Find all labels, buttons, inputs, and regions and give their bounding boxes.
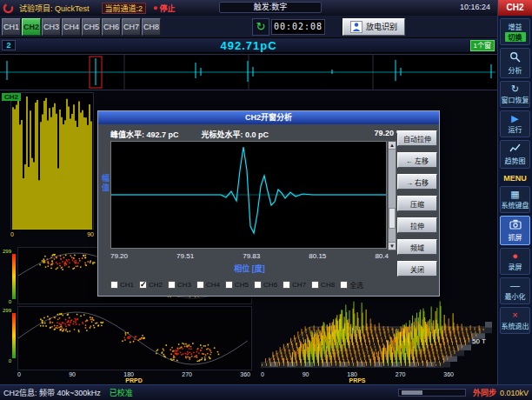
- slider-thumb[interactable]: [402, 390, 422, 395]
- tab-ch4[interactable]: CH4: [62, 18, 81, 36]
- axis-tick: 79.83: [243, 252, 260, 260]
- axis-tick: 270: [396, 371, 406, 377]
- checkbox-ch5[interactable]: CH5: [225, 281, 249, 289]
- timer-reset-button[interactable]: ↻: [252, 18, 269, 36]
- system-keyboard-button[interactable]: ▦ 系统键盘: [500, 186, 530, 213]
- camera-icon: [509, 219, 522, 231]
- tab-ch7[interactable]: CH7: [122, 18, 141, 36]
- screen-record-button[interactable]: ● 录屏: [500, 248, 530, 275]
- stretch-button[interactable]: 拉伸: [397, 217, 437, 233]
- checkbox-box[interactable]: [139, 281, 147, 289]
- checkbox-ch7[interactable]: CH7: [283, 281, 306, 289]
- checkbox-ch3[interactable]: CH3: [168, 281, 191, 289]
- axis-tick: 0: [10, 231, 14, 237]
- dialog-button-column: 自动拉伸 ← 左移 → 右移 压缩 拉伸 频域 关闭: [397, 130, 437, 277]
- tab-ch8[interactable]: CH8: [142, 18, 161, 36]
- axis-tick: 180: [347, 371, 357, 377]
- checkbox-box[interactable]: [340, 281, 348, 289]
- axis-tick: 180: [123, 371, 134, 377]
- checkbox-box[interactable]: [225, 281, 233, 289]
- axis-tick: 79.51: [176, 252, 194, 260]
- close-button[interactable]: 关闭: [397, 261, 437, 277]
- checkbox-box[interactable]: [283, 281, 290, 289]
- auto-stretch-button[interactable]: 自动拉伸: [397, 130, 437, 146]
- dialog-titlebar[interactable]: CH2开窗分析: [98, 111, 439, 124]
- checkbox-select-all[interactable]: 全选: [340, 280, 363, 290]
- gain-toggle-button[interactable]: 增益 切换: [500, 18, 530, 45]
- trend-chart-button[interactable]: 趋势图: [500, 140, 530, 169]
- checkbox-box[interactable]: [196, 281, 204, 289]
- discharge-recognition-button[interactable]: 放电识别: [342, 18, 405, 36]
- scroll-up-arrow[interactable]: ▲: [389, 142, 396, 150]
- axis-tick: 80.4: [375, 252, 389, 260]
- run-button[interactable]: ▶ 运行: [500, 110, 530, 137]
- pulse-strip[interactable]: [0, 54, 497, 90]
- system-exit-button[interactable]: × 系统退出: [500, 307, 530, 334]
- compress-button[interactable]: 压缩: [397, 196, 437, 211]
- pulse-zoom-plot[interactable]: [110, 141, 387, 249]
- status-bar: CH2信息: 频带 40k~300kHz 已校准 外同步 0.010kV: [0, 384, 532, 400]
- gain-label: 增益: [509, 22, 522, 31]
- axis-tick: 0: [261, 371, 264, 377]
- checkbox-label: CH7: [292, 281, 306, 289]
- prpd-axis-label: PRPD: [17, 377, 250, 383]
- prps-3d-plot: [256, 287, 497, 374]
- checkbox-ch6[interactable]: CH6: [254, 281, 277, 289]
- stop-indicator: ● 停止: [153, 3, 175, 14]
- top-bar: 试验项目: QuickTest 当前通道:2 ● 停止 触发:数字 10:16:…: [0, 0, 532, 16]
- scroll-down-arrow[interactable]: ▼: [389, 242, 396, 250]
- channel-info-label: CH2信息: 频带 40k~300kHz: [3, 387, 101, 398]
- current-channel-label: 当前通道:2: [102, 3, 147, 14]
- frequency-domain-button[interactable]: 频域: [397, 239, 437, 255]
- checkbox-label: CH6: [263, 281, 277, 289]
- tab-ch6[interactable]: CH6: [102, 18, 121, 36]
- channel-tab-bar: CH1 CH2 CH3 CH4 CH5 CH6 CH7 CH8 ↻ 00:02:…: [0, 16, 497, 38]
- checkbox-ch2[interactable]: CH2: [139, 281, 163, 289]
- run-icon: ▶: [511, 114, 518, 123]
- vertical-scrollbar[interactable]: ▲ ▼: [388, 141, 396, 250]
- checkbox-ch8[interactable]: CH8: [311, 281, 335, 289]
- amplitude-histogram: [10, 92, 94, 230]
- trend-chart-label: 趋势图: [505, 156, 526, 165]
- keyboard-icon: ▦: [510, 190, 519, 199]
- axis-tick: 360: [240, 371, 250, 377]
- axis-tick: 270: [182, 371, 192, 377]
- checkbox-ch4[interactable]: CH4: [196, 281, 220, 289]
- prps-x-axis: 0 90 180 270 360: [261, 371, 454, 377]
- scroll-thumb[interactable]: [389, 208, 396, 229]
- peak-reading: 492.71pC: [0, 39, 497, 52]
- tab-ch1[interactable]: CH1: [2, 18, 21, 36]
- window-count-badge: 1个窗: [470, 40, 495, 51]
- peak-level-readout: 峰值水平: 492.7 pC: [110, 129, 179, 140]
- checkbox-box[interactable]: [168, 281, 176, 289]
- cursor-phase-readout: 79.20 °: [374, 129, 399, 140]
- checkbox-box[interactable]: [254, 281, 262, 289]
- project-label: 试验项目: QuickTest: [19, 3, 90, 14]
- histogram-x-axis: 0 90: [10, 231, 94, 237]
- timer-display: 00:02:08: [271, 19, 325, 35]
- colorbar: [12, 313, 16, 358]
- prpd-x-axis: 0 90 180 270 360: [17, 371, 250, 377]
- menu-label: MENU: [498, 174, 532, 183]
- move-right-button[interactable]: → 右移: [397, 174, 437, 190]
- cursor-level-readout: 光标处水平: 0.0 pC: [202, 129, 269, 140]
- colorbar-min-label: 0: [0, 358, 11, 363]
- checkbox-box[interactable]: [311, 281, 319, 289]
- checkbox-box[interactable]: [110, 281, 118, 289]
- analyze-button[interactable]: 分析: [500, 48, 530, 78]
- checkbox-ch1[interactable]: CH1: [110, 281, 134, 289]
- tab-ch3[interactable]: CH3: [42, 18, 61, 36]
- window-restore-button[interactable]: ↻ 窗口恢复: [500, 81, 530, 108]
- screen-capture-label: 抓屏: [509, 232, 522, 242]
- checkbox-label: CH3: [177, 281, 191, 289]
- axis-tick: 79.20: [110, 252, 128, 260]
- move-left-button[interactable]: ← 左移: [397, 152, 437, 168]
- trigger-display[interactable]: 触发:数字: [219, 2, 322, 13]
- sync-level-slider[interactable]: [398, 389, 466, 397]
- screen-capture-button[interactable]: 抓屏: [500, 216, 530, 245]
- minimize-button[interactable]: — 最小化: [500, 277, 530, 304]
- dialog-title: CH2开窗分析: [245, 113, 292, 122]
- tab-ch2[interactable]: CH2: [22, 18, 41, 36]
- tab-ch5[interactable]: CH5: [82, 18, 101, 36]
- checkbox-label: CH4: [206, 281, 220, 289]
